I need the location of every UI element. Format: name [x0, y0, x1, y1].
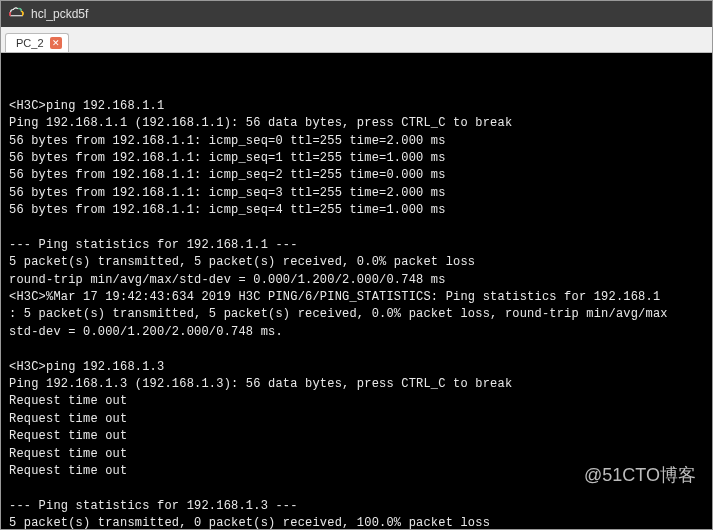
terminal-line: --- Ping statistics for 192.168.1.3 --- [9, 498, 704, 515]
terminal-line: 56 bytes from 192.168.1.1: icmp_seq=1 tt… [9, 150, 704, 167]
terminal-line [9, 220, 704, 237]
terminal-line [9, 80, 704, 97]
terminal-line: Ping 192.168.1.3 (192.168.1.3): 56 data … [9, 376, 704, 393]
terminal-line [9, 63, 704, 80]
window-title: hcl_pckd5f [31, 7, 88, 21]
terminal-line: <H3C>ping 192.168.1.1 [9, 98, 704, 115]
terminal-line [9, 480, 704, 497]
tab-pc2[interactable]: PC_2 ✕ [5, 33, 69, 52]
terminal-line: 56 bytes from 192.168.1.1: icmp_seq=3 tt… [9, 185, 704, 202]
terminal-line: 5 packet(s) transmitted, 0 packet(s) rec… [9, 515, 704, 529]
terminal-line: 5 packet(s) transmitted, 5 packet(s) rec… [9, 254, 704, 271]
terminal-line: --- Ping statistics for 192.168.1.1 --- [9, 237, 704, 254]
terminal-line: Request time out [9, 428, 704, 445]
terminal-line: <H3C>ping 192.168.1.3 [9, 359, 704, 376]
terminal-line: round-trip min/avg/max/std-dev = 0.000/1… [9, 272, 704, 289]
tab-label: PC_2 [16, 37, 44, 49]
close-icon[interactable]: ✕ [50, 37, 62, 49]
tab-bar: PC_2 ✕ [1, 27, 712, 53]
terminal-line: : 5 packet(s) transmitted, 5 packet(s) r… [9, 306, 704, 323]
window-titlebar: hcl_pckd5f [1, 1, 712, 27]
terminal-line: 56 bytes from 192.168.1.1: icmp_seq=4 tt… [9, 202, 704, 219]
terminal-line: Request time out [9, 393, 704, 410]
terminal-line: <H3C>%Mar 17 19:42:43:634 2019 H3C PING/… [9, 289, 704, 306]
terminal-line: Request time out [9, 411, 704, 428]
terminal-output[interactable]: <H3C>ping 192.168.1.1Ping 192.168.1.1 (1… [1, 53, 712, 529]
terminal-line [9, 341, 704, 358]
terminal-line: Request time out [9, 446, 704, 463]
terminal-line: Ping 192.168.1.1 (192.168.1.1): 56 data … [9, 115, 704, 132]
terminal-line: std-dev = 0.000/1.200/2.000/0.748 ms. [9, 324, 704, 341]
terminal-line: 56 bytes from 192.168.1.1: icmp_seq=0 tt… [9, 133, 704, 150]
app-logo-icon [7, 5, 25, 23]
terminal-line: 56 bytes from 192.168.1.1: icmp_seq=2 tt… [9, 167, 704, 184]
terminal-line: Request time out [9, 463, 704, 480]
